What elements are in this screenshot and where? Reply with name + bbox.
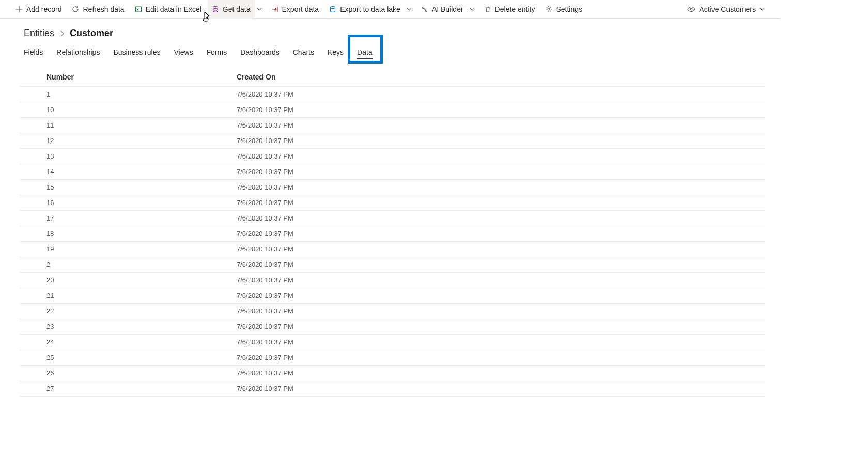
table-row[interactable]: 117/6/2020 10:37 PM xyxy=(20,118,765,133)
table-row[interactable]: 157/6/2020 10:37 PM xyxy=(20,180,765,195)
cell-number: 24 xyxy=(20,335,237,350)
cell-number: 11 xyxy=(20,118,237,133)
chevron-down-icon xyxy=(257,7,262,12)
table-row[interactable]: 207/6/2020 10:37 PM xyxy=(20,273,765,288)
gear-icon xyxy=(545,6,552,13)
cell-number: 10 xyxy=(20,102,237,118)
edit-excel-label: Edit data in Excel xyxy=(146,5,202,13)
tab-data[interactable]: Data xyxy=(357,48,373,59)
command-bar: Add record Refresh data Edit data in Exc… xyxy=(0,0,780,19)
tab-fields[interactable]: Fields xyxy=(24,48,43,59)
table-row[interactable]: 217/6/2020 10:37 PM xyxy=(20,288,765,304)
table-row[interactable]: 177/6/2020 10:37 PM xyxy=(20,211,765,226)
delete-entity-button[interactable]: Delete entity xyxy=(483,0,536,19)
table-row[interactable]: 137/6/2020 10:37 PM xyxy=(20,149,765,164)
entity-tabs: Fields Relationships Business rules View… xyxy=(0,43,780,59)
table-row[interactable]: 167/6/2020 10:37 PM xyxy=(20,195,765,211)
data-lake-icon xyxy=(329,6,336,13)
cell-number: 25 xyxy=(20,350,237,366)
get-data-button[interactable]: Get data xyxy=(208,0,255,19)
ai-builder-icon xyxy=(421,6,428,13)
excel-icon xyxy=(135,6,142,13)
get-data-dropdown[interactable] xyxy=(257,7,262,12)
breadcrumb-leaf: Customer xyxy=(70,28,113,39)
export-lake-label: Export to data lake xyxy=(340,5,400,13)
cell-created-on: 7/6/2020 10:37 PM xyxy=(237,211,765,226)
ai-builder-label: AI Builder xyxy=(432,5,463,13)
tab-dashboards[interactable]: Dashboards xyxy=(240,48,280,59)
ai-builder-button[interactable]: AI Builder xyxy=(420,0,464,19)
add-record-button[interactable]: Add record xyxy=(14,0,63,19)
cell-number: 18 xyxy=(20,226,237,242)
cell-created-on: 7/6/2020 10:37 PM xyxy=(237,133,765,149)
cell-number: 27 xyxy=(20,381,237,397)
edit-excel-button[interactable]: Edit data in Excel xyxy=(134,0,203,19)
column-header-number[interactable]: Number xyxy=(20,69,237,87)
table-row[interactable]: 107/6/2020 10:37 PM xyxy=(20,102,765,118)
tab-business-rules[interactable]: Business rules xyxy=(113,48,160,59)
export-data-button[interactable]: Export data xyxy=(270,0,320,19)
column-header-created-on[interactable]: Created On xyxy=(237,69,765,87)
cell-number: 16 xyxy=(20,195,237,211)
table-row[interactable]: 187/6/2020 10:37 PM xyxy=(20,226,765,242)
view-selector[interactable]: Active Customers xyxy=(686,0,766,19)
trash-icon xyxy=(484,6,491,13)
cell-number: 21 xyxy=(20,288,237,304)
cell-created-on: 7/6/2020 10:37 PM xyxy=(237,118,765,133)
cell-number: 13 xyxy=(20,149,237,164)
refresh-data-label: Refresh data xyxy=(83,5,124,13)
export-lake-button[interactable]: Export to data lake xyxy=(328,0,401,19)
chevron-down-icon xyxy=(470,7,475,12)
cell-created-on: 7/6/2020 10:37 PM xyxy=(237,366,765,381)
export-data-label: Export data xyxy=(282,5,319,13)
svg-rect-0 xyxy=(135,7,141,12)
cell-created-on: 7/6/2020 10:37 PM xyxy=(237,242,765,257)
cell-number: 2 xyxy=(20,257,237,273)
cell-created-on: 7/6/2020 10:37 PM xyxy=(237,257,765,273)
table-row[interactable]: 127/6/2020 10:37 PM xyxy=(20,133,765,149)
export-lake-dropdown[interactable] xyxy=(407,7,412,12)
cell-created-on: 7/6/2020 10:37 PM xyxy=(237,180,765,195)
refresh-data-button[interactable]: Refresh data xyxy=(71,0,125,19)
table-row[interactable]: 257/6/2020 10:37 PM xyxy=(20,350,765,366)
table-row[interactable]: 27/6/2020 10:37 PM xyxy=(20,257,765,273)
cell-number: 20 xyxy=(20,273,237,288)
cell-created-on: 7/6/2020 10:37 PM xyxy=(237,335,765,350)
cell-created-on: 7/6/2020 10:37 PM xyxy=(237,226,765,242)
get-data-label: Get data xyxy=(223,5,251,13)
chevron-down-icon xyxy=(760,7,765,12)
table-row[interactable]: 237/6/2020 10:37 PM xyxy=(20,319,765,335)
tab-views[interactable]: Views xyxy=(174,48,193,59)
svg-point-2 xyxy=(331,6,335,8)
chevron-right-icon xyxy=(59,30,65,37)
table-row[interactable]: 267/6/2020 10:37 PM xyxy=(20,366,765,381)
cell-created-on: 7/6/2020 10:37 PM xyxy=(237,87,765,102)
delete-entity-label: Delete entity xyxy=(495,5,535,13)
table-row[interactable]: 227/6/2020 10:37 PM xyxy=(20,304,765,319)
table-row[interactable]: 277/6/2020 10:37 PM xyxy=(20,381,765,397)
cell-number: 17 xyxy=(20,211,237,226)
table-row[interactable]: 247/6/2020 10:37 PM xyxy=(20,335,765,350)
refresh-icon xyxy=(72,6,79,13)
tab-relationships[interactable]: Relationships xyxy=(56,48,100,59)
table-row[interactable]: 147/6/2020 10:37 PM xyxy=(20,164,765,180)
settings-button[interactable]: Settings xyxy=(544,0,583,19)
table-row[interactable]: 17/6/2020 10:37 PM xyxy=(20,87,765,102)
tab-charts[interactable]: Charts xyxy=(293,48,314,59)
svg-point-1 xyxy=(213,6,218,8)
data-grid: Number Created On 17/6/2020 10:37 PM107/… xyxy=(20,69,765,399)
table-row[interactable]: 197/6/2020 10:37 PM xyxy=(20,242,765,257)
view-selector-label: Active Customers xyxy=(699,5,756,13)
cell-number: 23 xyxy=(20,319,237,335)
ai-builder-dropdown[interactable] xyxy=(470,7,475,12)
breadcrumb-root[interactable]: Entities xyxy=(24,28,54,39)
export-icon xyxy=(271,6,278,13)
eye-icon xyxy=(687,6,695,13)
svg-point-6 xyxy=(690,8,692,10)
cell-number: 26 xyxy=(20,366,237,381)
tab-keys[interactable]: Keys xyxy=(328,48,344,59)
cell-created-on: 7/6/2020 10:37 PM xyxy=(237,381,765,397)
cell-number: 14 xyxy=(20,164,237,180)
cell-created-on: 7/6/2020 10:37 PM xyxy=(237,195,765,211)
tab-forms[interactable]: Forms xyxy=(207,48,227,59)
